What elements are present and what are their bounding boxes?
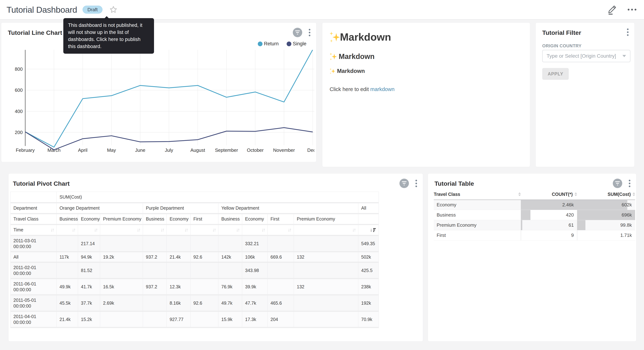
- pivot-sort-cell: ↓↑: [100, 224, 143, 236]
- pivot-sort-cell: ↓↑: [167, 224, 190, 236]
- pivot-group-header[interactable]: Orange Department: [56, 203, 143, 214]
- pivot-time-header: Time↓↑: [10, 224, 56, 236]
- pivot-group-header[interactable]: Purple Department: [143, 203, 218, 214]
- sort-caret-icon[interactable]: [574, 192, 577, 196]
- sort-descending-active-icon[interactable]: ↓: [370, 228, 376, 232]
- value-bar: [577, 230, 577, 240]
- pivot-value-cell: 17.3k: [242, 311, 268, 328]
- cell-value: 61: [568, 222, 574, 228]
- sum-cell: 99.8k: [577, 220, 635, 230]
- pivot-subcol-header[interactable]: Economy: [242, 214, 268, 224]
- sum-cell: 602k: [577, 200, 635, 210]
- chart-menu-icon[interactable]: [415, 179, 418, 188]
- filter-indicator-icon[interactable]: [293, 28, 302, 37]
- pivot-value-cell: [56, 262, 78, 278]
- pivot-subcol-header[interactable]: Economy: [167, 214, 190, 224]
- pivot-value-cell: [190, 236, 218, 252]
- pivot-corner-cell: [10, 192, 56, 203]
- pivot-value-cell: [56, 236, 78, 252]
- bar: [373, 231, 374, 232]
- bar: [373, 228, 376, 229]
- sort-caret-icon[interactable]: [632, 192, 635, 196]
- more-actions-icon[interactable]: [626, 8, 638, 12]
- pivot-subcol-header[interactable]: Business: [56, 214, 78, 224]
- sort-icon[interactable]: ↓↑: [288, 227, 291, 232]
- select-placeholder: Type or Select [Origin Country]: [546, 53, 616, 59]
- sort-icon[interactable]: ↓↑: [137, 227, 140, 232]
- markdown-paragraph: Click here to edit markdown: [330, 86, 523, 92]
- line-chart-panel: Tutorial Line Chart ReturnSingle 2004006…: [1, 22, 316, 162]
- pivot-value-cell: 132: [294, 252, 358, 262]
- pivot-subcol-header[interactable]: [358, 214, 379, 224]
- column-header-count-[interactable]: COUNT(*): [521, 189, 577, 200]
- draft-badge[interactable]: Draft: [82, 6, 102, 14]
- pivot-subcol-header[interactable]: Premium Economy: [294, 214, 358, 224]
- legend-item-return[interactable]: Return: [258, 41, 279, 46]
- column-header-travel-class[interactable]: Travel Class: [434, 189, 521, 200]
- pivot-value-cell: 2.69k: [100, 295, 143, 311]
- pivot-time-header-inner: Time↓↑: [14, 227, 54, 233]
- pivot-subcol-header[interactable]: First: [268, 214, 294, 224]
- pivot-header-row-department: DepartmentOrange DepartmentPurple Depart…: [10, 203, 379, 214]
- favorite-star-icon[interactable]: [110, 6, 117, 14]
- caret-down: [518, 194, 521, 196]
- markdown-panel: Markdown Markdown Markdown Click here to…: [322, 22, 530, 167]
- origin-country-select[interactable]: Type or Select [Origin Country]: [542, 50, 630, 62]
- sort-icon[interactable]: ↓↑: [236, 227, 239, 232]
- pivot-subcol-header[interactable]: Premium Economy: [100, 214, 143, 224]
- axis-tick-label: 400: [15, 109, 23, 114]
- sort-icon[interactable]: ↓↑: [94, 227, 97, 232]
- pivot-value-cell: 238k: [358, 278, 379, 295]
- value-bar: [521, 230, 521, 240]
- sort-caret-icon[interactable]: [518, 192, 521, 196]
- pivot-subcol-header[interactable]: Business: [143, 214, 167, 224]
- filter-indicator-icon[interactable]: [400, 179, 409, 188]
- arrow-down-icon: ↓: [370, 228, 372, 232]
- pivot-value-cell: [143, 262, 167, 278]
- sort-icon[interactable]: ↓↑: [184, 227, 188, 232]
- sort-icon[interactable]: ↓↑: [72, 227, 75, 232]
- markdown-h3-text: Markdown: [337, 68, 365, 74]
- pivot-value-cell: 94.9k: [78, 252, 100, 262]
- legend-item-single[interactable]: Single: [287, 41, 306, 46]
- pivot-table: SUM(Cost)DepartmentOrange DepartmentPurp…: [10, 192, 379, 328]
- pivot-value-cell: 332.21: [242, 236, 268, 252]
- pivot-value-cell: [100, 236, 143, 252]
- publish-tooltip: This dashboard is not published, it will…: [63, 18, 154, 54]
- edit-dashboard-icon[interactable]: [607, 4, 617, 15]
- pivot-row-time-value: 2011-03-0100:00:00: [10, 236, 56, 252]
- column-header-sum-cost-[interactable]: SUM(Cost): [577, 189, 635, 200]
- travel-class-cell: Premium Economy: [434, 220, 521, 230]
- pivot-subcol-header[interactable]: Business: [218, 214, 242, 224]
- pivot-subcol-header[interactable]: First: [190, 214, 218, 224]
- pivot-value-cell: [268, 278, 294, 295]
- time-line: 2011-04-01: [14, 314, 54, 319]
- sort-icon[interactable]: ↓↑: [212, 227, 215, 232]
- sort-icon[interactable]: ↓↑: [160, 227, 164, 232]
- pivot-value-cell: 937.2: [143, 278, 167, 295]
- chart-menu-icon[interactable]: [308, 28, 311, 37]
- pivot-value-cell: 19.2k: [100, 252, 143, 262]
- column-header-inner: Travel Class: [434, 192, 521, 197]
- legend-label: Return: [264, 41, 279, 46]
- pivot-data-row: All117k94.9k19.2k937.221.4k92.6142k106k6…: [10, 252, 379, 262]
- sort-icon[interactable]: ↓↑: [50, 227, 54, 233]
- column-header-label: Travel Class: [434, 192, 460, 197]
- pivot-group-header[interactable]: Yellow Department: [218, 203, 358, 214]
- filter-indicator-icon[interactable]: [613, 179, 622, 188]
- axis-tick-label: April: [78, 148, 88, 153]
- axis-tick-label: July: [165, 148, 173, 153]
- chart-menu-icon[interactable]: [628, 179, 631, 188]
- pivot-group-header[interactable]: All: [358, 203, 379, 214]
- sort-icon[interactable]: ↓↑: [352, 227, 355, 232]
- table-row: Economy2.46k602k: [434, 200, 635, 210]
- pivot-value-cell: 142k: [218, 252, 242, 262]
- pivot-subcol-header[interactable]: Economy: [78, 214, 100, 224]
- apply-button[interactable]: APPLY: [542, 68, 569, 80]
- filter-menu-icon[interactable]: [626, 28, 629, 37]
- markdown-edit-link[interactable]: markdown: [370, 86, 394, 92]
- pivot-value-cell: 8.16k: [167, 295, 190, 311]
- sort-icon[interactable]: ↓↑: [262, 227, 264, 232]
- pivot-value-cell: 21.4k: [56, 311, 78, 328]
- pivot-row-time-value: All: [10, 252, 56, 262]
